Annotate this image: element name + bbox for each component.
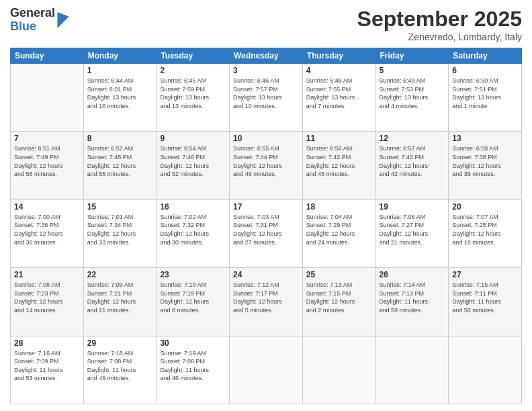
calendar-cell: 7Sunrise: 6:51 AMSunset: 7:49 PMDaylight… xyxy=(11,132,84,199)
calendar-week-row: 28Sunrise: 7:16 AMSunset: 7:09 PMDayligh… xyxy=(11,336,522,404)
header-day-friday: Friday xyxy=(375,48,449,64)
day-info: Sunrise: 7:10 AMSunset: 7:19 PMDaylight:… xyxy=(160,281,226,314)
calendar-cell: 21Sunrise: 7:08 AMSunset: 7:23 PMDayligh… xyxy=(11,268,84,336)
day-info: Sunrise: 7:14 AMSunset: 7:13 PMDaylight:… xyxy=(380,281,445,314)
day-number: 1 xyxy=(87,66,153,75)
calendar-week-row: 1Sunrise: 6:44 AMSunset: 8:01 PMDaylight… xyxy=(11,64,522,132)
calendar-cell: 25Sunrise: 7:13 AMSunset: 7:15 PMDayligh… xyxy=(302,268,375,336)
header-day-tuesday: Tuesday xyxy=(157,48,230,64)
day-info: Sunrise: 6:49 AMSunset: 7:53 PMDaylight:… xyxy=(380,77,445,110)
calendar-cell: 17Sunrise: 7:03 AMSunset: 7:31 PMDayligh… xyxy=(230,199,303,267)
calendar-cell xyxy=(449,336,522,404)
day-info: Sunrise: 7:08 AMSunset: 7:23 PMDaylight:… xyxy=(14,281,80,314)
day-number: 18 xyxy=(306,202,372,212)
calendar-cell: 20Sunrise: 7:07 AMSunset: 7:25 PMDayligh… xyxy=(449,199,522,267)
page: General Blue September 2025 Zenevredo, L… xyxy=(0,0,532,411)
calendar-body: 1Sunrise: 6:44 AMSunset: 8:01 PMDaylight… xyxy=(11,64,522,404)
day-number: 12 xyxy=(380,134,445,143)
day-info: Sunrise: 7:09 AMSunset: 7:21 PMDaylight:… xyxy=(87,281,153,314)
calendar-cell: 10Sunrise: 6:55 AMSunset: 7:44 PMDayligh… xyxy=(230,132,303,199)
day-info: Sunrise: 7:00 AMSunset: 7:36 PMDaylight:… xyxy=(14,213,80,246)
calendar-week-row: 7Sunrise: 6:51 AMSunset: 7:49 PMDaylight… xyxy=(11,132,522,199)
calendar-week-row: 21Sunrise: 7:08 AMSunset: 7:23 PMDayligh… xyxy=(11,268,522,336)
calendar-cell: 2Sunrise: 6:45 AMSunset: 7:59 PMDaylight… xyxy=(157,64,230,132)
day-info: Sunrise: 7:19 AMSunset: 7:06 PMDaylight:… xyxy=(160,349,226,383)
day-info: Sunrise: 6:48 AMSunset: 7:55 PMDaylight:… xyxy=(306,77,372,110)
header-day-thursday: Thursday xyxy=(302,48,375,64)
calendar-cell: 9Sunrise: 6:54 AMSunset: 7:46 PMDaylight… xyxy=(157,132,230,199)
day-number: 17 xyxy=(233,202,299,212)
header: General Blue September 2025 Zenevredo, L… xyxy=(10,7,522,42)
day-info: Sunrise: 7:18 AMSunset: 7:08 PMDaylight:… xyxy=(87,349,153,383)
calendar-cell: 22Sunrise: 7:09 AMSunset: 7:21 PMDayligh… xyxy=(83,268,157,336)
day-info: Sunrise: 6:54 AMSunset: 7:46 PMDaylight:… xyxy=(160,144,226,178)
calendar-header-row: SundayMondayTuesdayWednesdayThursdayFrid… xyxy=(11,48,522,64)
calendar-cell xyxy=(375,336,449,404)
calendar-cell xyxy=(11,64,84,132)
calendar-table: SundayMondayTuesdayWednesdayThursdayFrid… xyxy=(10,48,522,404)
day-number: 4 xyxy=(306,66,372,75)
calendar-cell: 24Sunrise: 7:12 AMSunset: 7:17 PMDayligh… xyxy=(230,268,303,336)
day-info: Sunrise: 6:52 AMSunset: 7:48 PMDaylight:… xyxy=(87,144,153,178)
day-number: 25 xyxy=(306,270,372,279)
calendar-cell: 19Sunrise: 7:06 AMSunset: 7:27 PMDayligh… xyxy=(375,199,449,267)
calendar-cell: 5Sunrise: 6:49 AMSunset: 7:53 PMDaylight… xyxy=(375,64,449,132)
logo-icon xyxy=(56,12,70,28)
day-number: 27 xyxy=(452,270,518,279)
day-info: Sunrise: 7:15 AMSunset: 7:11 PMDaylight:… xyxy=(452,281,518,314)
day-number: 19 xyxy=(380,202,445,212)
day-info: Sunrise: 7:04 AMSunset: 7:29 PMDaylight:… xyxy=(306,213,372,246)
month-title: September 2025 xyxy=(357,7,522,32)
day-info: Sunrise: 6:58 AMSunset: 7:38 PMDaylight:… xyxy=(452,144,518,178)
day-info: Sunrise: 7:01 AMSunset: 7:34 PMDaylight:… xyxy=(87,213,153,246)
day-info: Sunrise: 7:07 AMSunset: 7:25 PMDaylight:… xyxy=(452,213,518,246)
header-day-sunday: Sunday xyxy=(11,48,84,64)
calendar-cell: 29Sunrise: 7:18 AMSunset: 7:08 PMDayligh… xyxy=(83,336,157,404)
calendar-cell: 8Sunrise: 6:52 AMSunset: 7:48 PMDaylight… xyxy=(83,132,157,199)
day-info: Sunrise: 6:56 AMSunset: 7:42 PMDaylight:… xyxy=(306,144,372,178)
day-number: 2 xyxy=(160,66,226,75)
day-info: Sunrise: 7:13 AMSunset: 7:15 PMDaylight:… xyxy=(306,281,372,314)
calendar-cell: 4Sunrise: 6:48 AMSunset: 7:55 PMDaylight… xyxy=(302,64,375,132)
title-area: September 2025 Zenevredo, Lombardy, Ital… xyxy=(357,7,522,42)
day-number: 5 xyxy=(380,66,445,75)
day-number: 13 xyxy=(452,134,518,143)
day-number: 24 xyxy=(233,270,299,279)
day-number: 14 xyxy=(14,202,80,212)
calendar-cell: 3Sunrise: 6:46 AMSunset: 7:57 PMDaylight… xyxy=(230,64,303,132)
day-number: 16 xyxy=(160,202,226,212)
day-number: 11 xyxy=(306,134,372,143)
day-number: 6 xyxy=(452,66,518,75)
day-number: 26 xyxy=(380,270,445,279)
logo-blue: Blue xyxy=(10,20,55,34)
day-number: 20 xyxy=(452,202,518,212)
calendar-cell: 13Sunrise: 6:58 AMSunset: 7:38 PMDayligh… xyxy=(449,132,522,199)
logo-text: General Blue xyxy=(10,7,55,34)
day-info: Sunrise: 6:51 AMSunset: 7:49 PMDaylight:… xyxy=(14,144,80,178)
header-day-monday: Monday xyxy=(83,48,157,64)
day-info: Sunrise: 6:55 AMSunset: 7:44 PMDaylight:… xyxy=(233,144,299,178)
day-number: 8 xyxy=(87,134,153,143)
day-info: Sunrise: 6:45 AMSunset: 7:59 PMDaylight:… xyxy=(160,77,226,110)
day-number: 7 xyxy=(14,134,80,143)
day-number: 3 xyxy=(233,66,299,75)
calendar-cell: 14Sunrise: 7:00 AMSunset: 7:36 PMDayligh… xyxy=(11,199,84,267)
calendar-cell: 6Sunrise: 6:50 AMSunset: 7:51 PMDaylight… xyxy=(449,64,522,132)
day-info: Sunrise: 6:44 AMSunset: 8:01 PMDaylight:… xyxy=(87,77,153,110)
day-info: Sunrise: 6:46 AMSunset: 7:57 PMDaylight:… xyxy=(233,77,299,110)
day-number: 29 xyxy=(87,338,153,348)
day-number: 28 xyxy=(14,338,80,348)
day-number: 23 xyxy=(160,270,226,279)
day-number: 9 xyxy=(160,134,226,143)
day-info: Sunrise: 7:16 AMSunset: 7:09 PMDaylight:… xyxy=(14,349,80,383)
calendar-cell: 26Sunrise: 7:14 AMSunset: 7:13 PMDayligh… xyxy=(375,268,449,336)
day-number: 22 xyxy=(87,270,153,279)
calendar-cell: 18Sunrise: 7:04 AMSunset: 7:29 PMDayligh… xyxy=(302,199,375,267)
calendar-cell: 15Sunrise: 7:01 AMSunset: 7:34 PMDayligh… xyxy=(83,199,157,267)
day-number: 21 xyxy=(14,270,80,279)
calendar-cell: 23Sunrise: 7:10 AMSunset: 7:19 PMDayligh… xyxy=(157,268,230,336)
calendar-week-row: 14Sunrise: 7:00 AMSunset: 7:36 PMDayligh… xyxy=(11,199,522,267)
day-info: Sunrise: 7:03 AMSunset: 7:31 PMDaylight:… xyxy=(233,213,299,246)
calendar-cell: 11Sunrise: 6:56 AMSunset: 7:42 PMDayligh… xyxy=(302,132,375,199)
day-number: 10 xyxy=(233,134,299,143)
